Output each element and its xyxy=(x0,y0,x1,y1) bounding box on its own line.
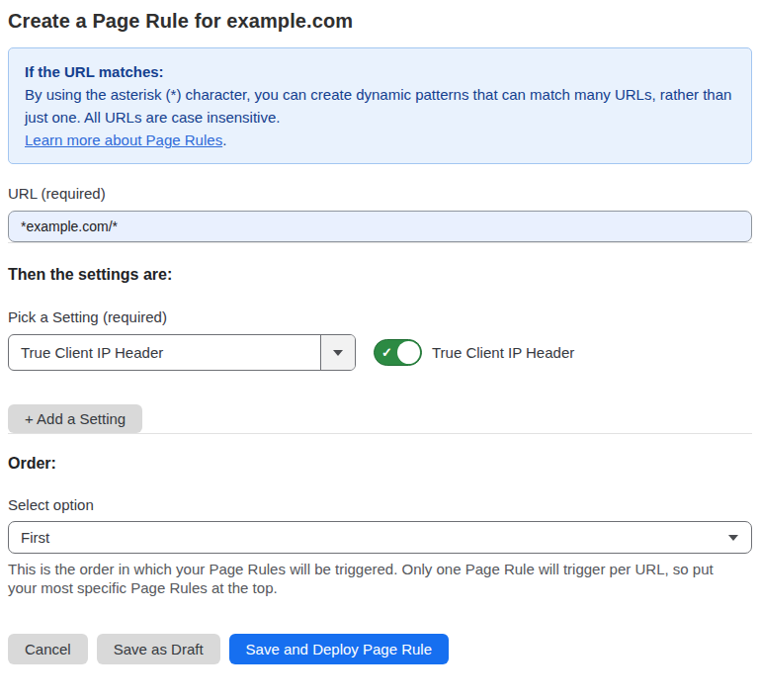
banner-link-suffix: . xyxy=(222,131,226,148)
save-and-deploy-button[interactable]: Save and Deploy Page Rule xyxy=(229,634,449,664)
order-help-text: This is the order in which your Page Rul… xyxy=(8,560,744,597)
chevron-down-icon xyxy=(728,535,738,541)
setting-select-caret-button[interactable] xyxy=(320,335,355,370)
order-section-heading: Order: xyxy=(8,455,752,473)
cancel-button[interactable]: Cancel xyxy=(8,634,88,664)
page-title: Create a Page Rule for example.com xyxy=(8,10,752,33)
save-as-draft-button[interactable]: Save as Draft xyxy=(97,634,220,664)
banner-body: By using the asterisk (*) character, you… xyxy=(25,83,735,129)
learn-more-link[interactable]: Learn more about Page Rules xyxy=(25,131,222,148)
divider xyxy=(8,433,752,434)
page-rule-form: Create a Page Rule for example.com If th… xyxy=(0,10,760,664)
divider xyxy=(8,242,752,243)
toggle-knob xyxy=(397,341,420,364)
true-client-ip-toggle[interactable]: ✓ xyxy=(374,339,422,366)
setting-row: True Client IP Header ✓ True Client IP H… xyxy=(8,334,752,371)
url-input[interactable] xyxy=(8,211,752,242)
chevron-down-icon xyxy=(333,350,343,356)
add-setting-button[interactable]: + Add a Setting xyxy=(8,404,142,433)
setting-picker-label: Pick a Setting (required) xyxy=(8,308,752,325)
toggle-label: True Client IP Header xyxy=(432,344,574,361)
order-select-label: Select option xyxy=(8,496,752,513)
banner-link-line: Learn more about Page Rules. xyxy=(25,129,735,151)
settings-section-heading: Then the settings are: xyxy=(8,266,752,284)
url-match-info-banner: If the URL matches: By using the asteris… xyxy=(8,47,752,164)
setting-select-value: True Client IP Header xyxy=(9,335,320,370)
url-field-label: URL (required) xyxy=(8,185,752,202)
check-icon: ✓ xyxy=(381,346,392,359)
order-select-value: First xyxy=(21,529,49,546)
form-actions: Cancel Save as Draft Save and Deploy Pag… xyxy=(8,634,752,664)
setting-select[interactable]: True Client IP Header xyxy=(8,334,356,371)
banner-heading: If the URL matches: xyxy=(25,60,735,83)
order-select[interactable]: First xyxy=(8,521,752,554)
